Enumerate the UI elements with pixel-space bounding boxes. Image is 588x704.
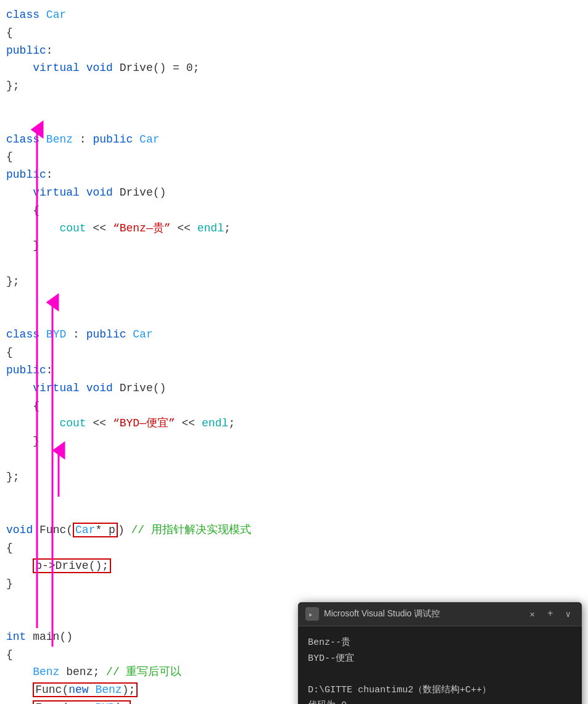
code-line	[6, 486, 582, 504]
terminal-chevron-button[interactable]: ∨	[562, 608, 574, 621]
code-line: }	[6, 575, 582, 593]
terminal-body: Benz--贵 BYD--便宜 D:\GITTE chuantimu2（数据结构…	[298, 626, 582, 704]
terminal-app-icon: ▶	[305, 607, 319, 621]
code-line: {	[6, 202, 582, 220]
code-line: class BYD : public Car	[6, 326, 582, 344]
code-line: class Benz : public Car	[6, 131, 582, 149]
code-line	[6, 309, 582, 326]
terminal-title: Microsoft Visual Studio 调试控	[324, 608, 521, 619]
code-line: cout << “Benz—贵” << endl;	[6, 220, 582, 238]
code-line: public:	[6, 362, 582, 379]
code-line: };	[6, 273, 582, 291]
code-line: public:	[6, 42, 582, 60]
code-line: };	[6, 77, 582, 95]
terminal-blank	[308, 666, 572, 682]
code-line: public:	[6, 166, 582, 184]
code-line: };	[6, 468, 582, 486]
code-line: {	[6, 397, 582, 415]
code-line	[6, 255, 582, 273]
code-line: cout << “BYD—便宜” << endl;	[6, 415, 582, 433]
code-line: class Car	[6, 6, 582, 24]
code-line: }	[6, 237, 582, 255]
terminal-line-2: BYD--便宜	[308, 651, 572, 667]
terminal-window: ▶ Microsoft Visual Studio 调试控 ✕ + ∨ Benz…	[298, 602, 582, 704]
code-line: p->Drive();	[6, 557, 582, 575]
code-line: {	[6, 24, 582, 42]
terminal-titlebar: ▶ Microsoft Visual Studio 调试控 ✕ + ∨	[298, 602, 582, 626]
code-line	[6, 450, 582, 468]
terminal-line-3: D:\GITTE chuantimu2（数据结构+C++）	[308, 682, 572, 698]
svg-text:▶: ▶	[309, 611, 313, 618]
terminal-line-1: Benz--贵	[308, 635, 572, 651]
code-line: virtual void Drive()	[6, 184, 582, 202]
code-line: {	[6, 539, 582, 557]
terminal-line-4: 代码为 0。	[308, 698, 572, 704]
code-editor: class Car { public: virtual void Drive()…	[0, 0, 588, 704]
code-line	[6, 291, 582, 309]
terminal-close-button[interactable]: ✕	[526, 608, 539, 621]
code-line	[6, 95, 582, 113]
code-line: }	[6, 433, 582, 450]
code-line: void Func(Car* p) // 用指针解决实现模式	[6, 521, 582, 539]
code-line: {	[6, 148, 582, 166]
terminal-add-button[interactable]: +	[544, 607, 557, 621]
code-line: {	[6, 344, 582, 362]
code-line	[6, 113, 582, 131]
code-line: virtual void Drive()	[6, 379, 582, 397]
code-line: virtual void Drive() = 0;	[6, 59, 582, 77]
code-line	[6, 503, 582, 521]
